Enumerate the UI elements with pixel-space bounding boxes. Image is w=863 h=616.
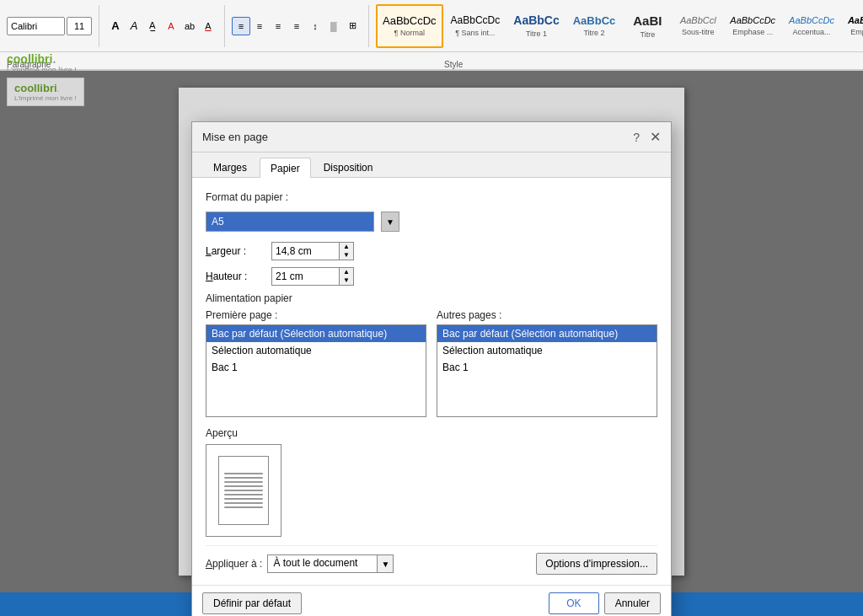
underline-btn[interactable]: A̲ xyxy=(143,17,162,35)
font-size-btn[interactable]: 11 xyxy=(67,17,92,35)
autres-item-3[interactable]: Bac 1 xyxy=(437,359,657,376)
format-select[interactable]: A5 xyxy=(206,212,374,232)
borders-btn[interactable]: ⊞ xyxy=(343,17,362,35)
color-btn[interactable]: A xyxy=(162,17,180,35)
italic-btn[interactable]: A xyxy=(125,17,143,35)
preview-line-4 xyxy=(224,485,263,487)
style-titre1-label: Titre 1 xyxy=(526,29,547,38)
hauteur-input[interactable] xyxy=(271,267,339,286)
style-titre2[interactable]: AaBbCc Titre 2 xyxy=(567,4,622,48)
hauteur-label: Hauteur : xyxy=(206,271,265,282)
alimentation-title: Alimentation papier xyxy=(206,292,657,304)
preview-line-3 xyxy=(224,481,263,483)
format-select-arrow[interactable]: ▼ xyxy=(381,212,399,232)
style-titre-preview: AaBI xyxy=(633,13,662,29)
style-emphase-i[interactable]: AaBbCcDc Emphase i... xyxy=(842,4,863,48)
style-normal-preview: AaBbCcDc xyxy=(383,14,437,28)
preview-section: Aperçu xyxy=(206,427,657,537)
preview-line-6 xyxy=(224,494,263,495)
dialog-close-btn[interactable]: ✕ xyxy=(650,129,661,145)
style-sans-label: ¶ Sans int... xyxy=(455,29,495,37)
style-titre-label: Titre xyxy=(640,30,655,39)
mise-en-page-dialog: Mise en page ? ✕ Marges Papier Dispositi… xyxy=(191,121,672,616)
style-emphase[interactable]: AaBbCcDc Emphase ... xyxy=(724,4,781,48)
dialog-title: Mise en page xyxy=(202,131,268,143)
justify-btn[interactable]: ≡ xyxy=(287,17,306,35)
appliquer-select-field[interactable]: À tout le document xyxy=(267,554,377,573)
style-titre1-preview: AaBbCc xyxy=(513,13,559,28)
tab-papier[interactable]: Papier xyxy=(260,158,311,178)
largeur-row: Largeur : ▲ ▼ xyxy=(206,242,657,260)
style-titre1[interactable]: AaBbCc Titre 1 xyxy=(507,4,565,48)
tab-marges[interactable]: Marges xyxy=(202,158,258,177)
style-accentuation[interactable]: AaBbCcDc Accentua... xyxy=(783,4,840,48)
apply-row: Appliquer à : À tout le document ▼ xyxy=(206,554,394,573)
dialog-tabs: Marges Papier Disposition xyxy=(192,153,671,178)
shading-btn[interactable]: ▒ xyxy=(324,17,343,35)
largeur-arrows: ▲ ▼ xyxy=(339,242,354,260)
premiere-page-list[interactable]: Bac par défaut (Sélection automatique) S… xyxy=(206,324,426,417)
hauteur-down-btn[interactable]: ▼ xyxy=(340,276,353,285)
dialog-action-row: Définir par défaut OK Annuler xyxy=(192,585,671,616)
align-right-btn[interactable]: ≡ xyxy=(269,17,287,35)
autres-item-1[interactable]: Bac par défaut (Sélection automatique) xyxy=(437,325,657,342)
hauteur-spinbox: ▲ ▼ xyxy=(271,267,354,286)
options-btn[interactable]: Options d'impression... xyxy=(536,553,657,575)
premiere-item-3[interactable]: Bac 1 xyxy=(206,359,426,376)
style-titre[interactable]: AaBI Titre xyxy=(623,4,672,48)
appliquer-select-arrow[interactable]: ▼ xyxy=(377,554,394,573)
line-spacing-btn[interactable]: ↕ xyxy=(306,17,324,35)
style-normal[interactable]: AaBbCcDc ¶ Normal xyxy=(376,4,443,48)
annuler-btn[interactable]: Annuler xyxy=(604,592,661,614)
dialog-body: Format du papier : A5 ▼ Largeur : ▲ xyxy=(192,178,671,585)
format-label: Format du papier : xyxy=(206,191,288,203)
style-sous-preview: AaBbCcl xyxy=(680,15,716,26)
autres-item-2[interactable]: Sélection automatique xyxy=(437,342,657,359)
tab-disposition[interactable]: Disposition xyxy=(313,158,384,177)
style-emphasei-preview: AaBbCcDc xyxy=(848,15,863,26)
style-gallery: AaBbCcDc ¶ Normal AaBbCcDc ¶ Sans int...… xyxy=(376,4,863,48)
hauteur-up-btn[interactable]: ▲ xyxy=(340,268,353,276)
dialog-help-btn[interactable]: ? xyxy=(630,131,643,144)
premiere-page-label: Première page : xyxy=(206,309,426,321)
largeur-down-btn[interactable]: ▼ xyxy=(340,251,353,260)
style-sans-preview: AaBbCcDc xyxy=(451,14,501,26)
paragraph-section: ≡ ≡ ≡ ≡ ↕ ▒ ⊞ xyxy=(232,5,369,47)
align-center-btn[interactable]: ≡ xyxy=(250,17,269,35)
ok-btn[interactable]: OK xyxy=(549,592,598,614)
align-left-btn[interactable]: ≡ xyxy=(232,17,250,35)
hauteur-arrows: ▲ ▼ xyxy=(339,267,354,286)
bold-btn[interactable]: A xyxy=(106,17,125,35)
toolbar: coollibri. L'imprimé mon livre ! Calibri… xyxy=(0,0,863,52)
largeur-up-btn[interactable]: ▲ xyxy=(340,243,353,251)
coollibri-logo: coollibri. xyxy=(7,52,77,66)
premiere-item-1[interactable]: Bac par défaut (Sélection automatique) xyxy=(206,325,426,342)
premiere-item-2[interactable]: Sélection automatique xyxy=(206,342,426,359)
appliquer-select: À tout le document ▼ xyxy=(267,554,394,573)
highlight-btn[interactable]: ab xyxy=(180,17,199,35)
font-section: Calibri 11 xyxy=(7,5,99,47)
style-titre2-preview: AaBbCc xyxy=(573,14,616,28)
style-emphase-label: Emphase ... xyxy=(732,28,773,36)
autres-pages-label: Autres pages : xyxy=(437,309,657,321)
style-accent-label: Accentua... xyxy=(792,28,830,36)
font-name-btn[interactable]: Calibri xyxy=(7,17,65,35)
largeur-input[interactable] xyxy=(271,242,339,260)
preview-line-8 xyxy=(224,502,263,504)
autres-pages-list[interactable]: Bac par défaut (Sélection automatique) S… xyxy=(437,324,657,417)
preview-line-5 xyxy=(224,490,263,491)
dialog-titlebar: Mise en page ? ✕ xyxy=(192,122,671,153)
definir-par-defaut-btn[interactable]: Définir par défaut xyxy=(202,592,302,614)
appliquer-value: À tout le document xyxy=(273,557,357,569)
preview-line-2 xyxy=(224,477,263,479)
autres-pages-col: Autres pages : Bac par défaut (Sélection… xyxy=(437,309,657,417)
format-value: A5 xyxy=(212,216,224,228)
appliquer-label: Appliquer à : xyxy=(206,558,262,570)
hauteur-row: Hauteur : ▲ ▼ xyxy=(206,267,657,286)
largeur-spinbox: ▲ ▼ xyxy=(271,242,354,260)
style-sans-int[interactable]: AaBbCcDc ¶ Sans int... xyxy=(445,4,507,48)
style-sous-titre[interactable]: AaBbCcl Sous-titre xyxy=(673,4,722,48)
paper-feed-cols: Première page : Bac par défaut (Sélectio… xyxy=(206,309,657,417)
style-emphasei-label: Emphase i... xyxy=(850,28,863,36)
font-color-btn[interactable]: A xyxy=(199,17,217,35)
